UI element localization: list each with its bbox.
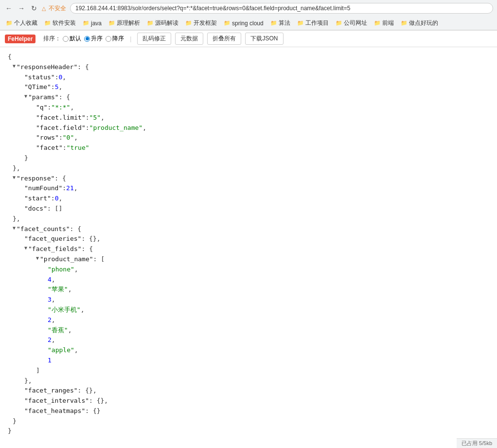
facet-counts-line: ▼ "facet_counts": {	[13, 224, 489, 234]
folder-icon: 📁	[83, 20, 89, 26]
response-header-close: },	[13, 163, 489, 174]
folder-icon: 📁	[297, 20, 304, 26]
toggle-params[interactable]: ▼	[24, 92, 27, 100]
param-facet-field-line: "facet.field": "product_name",	[36, 123, 489, 133]
bookmarks-bar: 📁个人收藏📁软件安装📁java📁原理解析📁源码解读📁开发框架📁spring cl…	[0, 17, 497, 30]
params-close: }	[24, 153, 489, 163]
toggle-facet-counts[interactable]: ▼	[13, 224, 16, 232]
json-viewer: { ▼ "responseHeader": { "status": 0, "QT…	[0, 47, 497, 447]
security-label: 不安全	[49, 4, 66, 13]
folder-icon: 📁	[44, 20, 51, 26]
toggle-product-name[interactable]: ▼	[36, 254, 39, 262]
facet-fields-close: },	[24, 376, 489, 386]
sort-desc[interactable]: 降序	[106, 35, 124, 43]
response-content: "numFound": 21, "start": 0, "docs": []	[24, 183, 489, 214]
sort-section: 排序： 默认 升序 降序	[43, 35, 124, 43]
download-json-button[interactable]: 下载JSON	[245, 33, 283, 45]
folder-icon: 📁	[147, 20, 154, 26]
xiaomi-line: "小米手机",	[48, 305, 489, 315]
bookmark-item[interactable]: 📁工作项目	[294, 18, 332, 28]
bookmark-item[interactable]: 📁做点好玩的	[398, 18, 441, 28]
fehelper-toolbar: FeHelper 排序： 默认 升序 降序 | 乱码修正 元数据 折叠所有 下载…	[0, 31, 497, 47]
facet-ranges-line: "facet_ranges": {},	[24, 386, 489, 396]
bookmark-label: 开发框架	[194, 19, 217, 27]
params-content: "q": "*:*", "facet.limit": "5", "facet.f…	[36, 103, 489, 153]
apple-cn-count-line: 3,	[48, 295, 489, 305]
banana-line: "香蕉",	[48, 325, 489, 336]
folder-icon: 📁	[6, 20, 13, 26]
bookmark-item[interactable]: 📁原理解析	[106, 18, 143, 28]
fix-encoding-button[interactable]: 乱码修正	[137, 33, 171, 45]
sort-default[interactable]: 默认	[63, 35, 81, 43]
bookmark-label: 公司网址	[344, 19, 367, 27]
browser-chrome: ← → ↻ △ 不安全 192.168.244.41:8983/solr/ord…	[0, 0, 497, 31]
status-line: "status": 0,	[24, 72, 489, 83]
facet-fields-line: ▼ "facet_fields": {	[24, 244, 489, 254]
refresh-button[interactable]: ↻	[29, 3, 39, 13]
response-block: ▼ "response": { "numFound": 21, "start":…	[13, 174, 489, 224]
folder-icon: 📁	[108, 20, 115, 26]
phone-line: "phone",	[48, 265, 489, 275]
sort-desc-radio[interactable]	[106, 36, 111, 42]
param-q-line: "q": "*:*",	[36, 103, 489, 113]
bookmark-label: 算法	[279, 19, 290, 27]
product-name-values: "phone", 4, "苹果", 3, "小米手机", 2	[48, 265, 489, 366]
qtime-line: "QTime": 5,	[24, 82, 489, 92]
apple-en-line: "apple",	[48, 345, 489, 356]
bookmark-item[interactable]: 📁算法	[267, 18, 293, 28]
bookmark-item[interactable]: 📁个人收藏	[3, 18, 40, 28]
param-rows-line: "rows": "0",	[36, 133, 489, 143]
product-name-close: ]	[36, 366, 489, 376]
bookmark-label: 工作项目	[305, 19, 329, 27]
facet-counts-close: }	[13, 416, 489, 427]
toggle-facet-fields[interactable]: ▼	[24, 244, 27, 252]
xiaomi-count-line: 2,	[48, 315, 489, 325]
sort-asc[interactable]: 升序	[84, 35, 103, 43]
sort-radio-group: 默认 升序 降序	[63, 35, 124, 43]
bookmark-item[interactable]: 📁软件安装	[41, 18, 79, 28]
bookmark-item[interactable]: 📁前端	[371, 18, 397, 28]
sort-desc-label: 降序	[112, 35, 124, 43]
banana-count-line: 2,	[48, 335, 489, 345]
bookmark-item[interactable]: 📁spring cloud	[221, 19, 266, 28]
response-header-line: ▼ "responseHeader": {	[13, 62, 489, 72]
fehelper-logo: FeHelper	[5, 35, 36, 43]
nav-bar: ← → ↻ △ 不安全 192.168.244.41:8983/solr/ord…	[0, 0, 497, 17]
address-bar[interactable]: 192.168.244.41:8983/solr/orders/select?q…	[70, 3, 493, 14]
response-header-content: "status": 0, "QTime": 5, ▼ "params": { "…	[24, 72, 489, 163]
bookmark-label: 软件安装	[53, 19, 76, 27]
params-line: ▼ "params": {	[24, 92, 489, 103]
toggle-response[interactable]: ▼	[13, 174, 16, 181]
bookmark-label: spring cloud	[232, 20, 264, 27]
forward-button[interactable]: →	[17, 3, 26, 13]
sort-asc-radio[interactable]	[84, 36, 90, 42]
param-facet-line: "facet": "true"	[36, 143, 489, 153]
security-icon: △	[42, 5, 46, 12]
product-name-line: ▼ "product_name": [	[36, 254, 489, 265]
bookmark-label: 前端	[382, 19, 394, 27]
raw-data-button[interactable]: 元数据	[175, 33, 203, 45]
toggle-response-header[interactable]: ▼	[13, 62, 16, 70]
sort-default-radio[interactable]	[63, 36, 69, 42]
response-close: },	[13, 214, 489, 224]
back-button[interactable]: ←	[4, 3, 14, 13]
bookmark-item[interactable]: 📁公司网址	[333, 18, 370, 28]
bookmark-label: 做点好玩的	[409, 19, 438, 27]
bookmark-item[interactable]: 📁开发框架	[182, 18, 220, 28]
bookmark-label: 源码解读	[155, 19, 178, 27]
status-text: 已占用 5/5kb	[462, 440, 492, 446]
bookmark-item[interactable]: 📁java	[80, 19, 105, 28]
status-bar: 已占用 5/5kb	[457, 438, 497, 447]
folder-icon: 📁	[270, 20, 277, 26]
response-line: ▼ "response": {	[13, 174, 489, 184]
apple-cn-line: "苹果",	[48, 285, 489, 295]
bookmark-item[interactable]: 📁源码解读	[144, 18, 181, 28]
folder-icon: 📁	[224, 20, 231, 26]
start-line: "start": 0,	[24, 194, 489, 204]
response-header-block: ▼ "responseHeader": { "status": 0, "QTim…	[13, 62, 489, 174]
facet-intervals-line: "facet_intervals": {},	[24, 396, 489, 406]
fold-all-button[interactable]: 折叠所有	[207, 33, 241, 45]
facet-counts-block: ▼ "facet_counts": { "facet_queries": {},…	[13, 224, 489, 427]
folder-icon: 📁	[185, 20, 192, 26]
facet-heatmaps-line: "facet_heatmaps": {}	[24, 406, 489, 416]
